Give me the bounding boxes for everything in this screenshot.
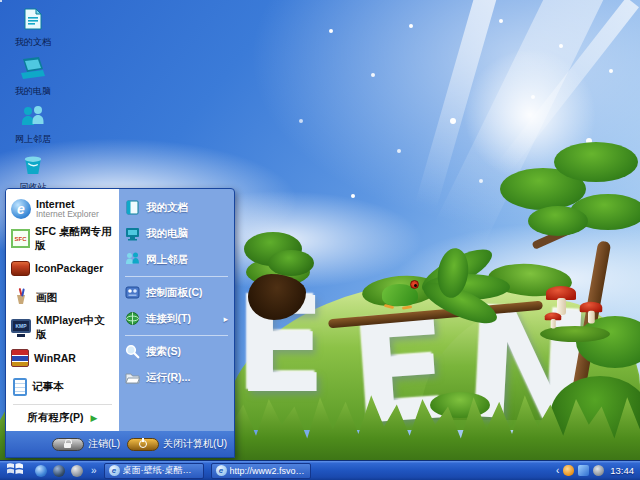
tray-icon-2[interactable] xyxy=(578,465,589,476)
menu-item-notepad[interactable]: 记事本 xyxy=(8,373,117,403)
wallpaper-grass-tuft xyxy=(430,392,490,418)
menu-item-label: 网上邻居 xyxy=(146,253,188,267)
kmplayer-icon: KMP xyxy=(11,319,31,337)
recycle-bin-icon xyxy=(3,152,63,181)
taskbar-task-fsvod-page[interactable]: e http://www2.fsvod.n... xyxy=(211,463,311,479)
tray-icon-1[interactable] xyxy=(563,465,574,476)
menu-item-label: IconPackager xyxy=(35,262,103,274)
task-button-label: 桌面·壁纸·桌酷壁... xyxy=(123,464,199,477)
start-menu: e Internet Internet Explorer SFC SFC 桌酷网… xyxy=(5,188,235,458)
paint-icon xyxy=(11,286,31,310)
menu-item-winrar[interactable]: WinRAR xyxy=(8,343,117,373)
task-button-label: http://www2.fsvod.n... xyxy=(230,466,306,476)
menu-item-label: 连接到(T) xyxy=(146,312,191,326)
run-icon xyxy=(124,369,141,388)
menu-item-label: 搜索(S) xyxy=(146,345,181,359)
start-button[interactable] xyxy=(0,461,30,480)
start-menu-pinned-list: e Internet Internet Explorer SFC SFC 桌酷网… xyxy=(6,189,119,431)
submenu-arrow-icon: ▸ xyxy=(223,314,229,324)
menu-separator xyxy=(13,404,112,405)
menu-item-label: KMPlayer中文版 xyxy=(36,314,114,342)
menu-item-run[interactable]: 运行(R)... xyxy=(122,365,231,391)
taskbar: » e 桌面·壁纸·桌酷壁... e http://www2.fsvod.n..… xyxy=(0,460,640,480)
menu-item-internet-explorer[interactable]: e Internet Internet Explorer xyxy=(8,194,117,224)
desktop: E E N 我的文档 xyxy=(0,0,640,480)
system-tray: ‹ 13:44 xyxy=(550,461,640,480)
menu-item-kmplayer[interactable]: KMP KMPlayer中文版 xyxy=(8,313,117,343)
menu-separator xyxy=(125,335,228,336)
my-computer-icon xyxy=(3,55,63,85)
wallpaper-fern xyxy=(408,240,518,350)
menu-item-label: 画图 xyxy=(36,291,57,305)
network-places-icon xyxy=(3,105,63,133)
all-programs-arrow-icon: ▶ xyxy=(91,413,98,423)
wallpaper-bonsai-tree xyxy=(240,232,320,342)
taskbar-clock[interactable]: 13:44 xyxy=(610,465,634,476)
turn-off-label: 关闭计算机(U) xyxy=(163,437,227,451)
internet-explorer-icon: e xyxy=(109,465,120,476)
menu-separator xyxy=(125,276,228,277)
start-menu-places-list: 我的文档 我的电脑 网上邻居 xyxy=(119,189,234,431)
menu-item-iconpackager[interactable]: IconPackager xyxy=(8,254,117,284)
menu-item-label: SFC 桌酷网专用版 xyxy=(35,225,114,253)
wallpaper-sparkles xyxy=(0,0,2,2)
connect-to-icon xyxy=(124,310,141,329)
my-documents-icon xyxy=(124,199,141,218)
desktop-icon-my-documents[interactable]: 我的文档 xyxy=(3,6,63,47)
all-programs-button[interactable]: 所有程序(P) ▶ xyxy=(8,407,117,429)
desktop-icon-label: 我的文档 xyxy=(3,37,63,47)
menu-item-network-places[interactable]: 网上邻居 xyxy=(122,247,231,273)
menu-item-label: 我的文档 xyxy=(146,201,188,215)
menu-item-control-panel[interactable]: 控制面板(C) xyxy=(122,280,231,306)
internet-explorer-icon: e xyxy=(216,465,227,476)
menu-item-label: 运行(R)... xyxy=(146,371,190,385)
internet-explorer-icon: e xyxy=(11,199,31,219)
iconpackager-icon xyxy=(11,261,30,276)
my-documents-icon xyxy=(3,6,63,36)
menu-item-label: 我的电脑 xyxy=(146,227,188,241)
wallpaper-mushrooms xyxy=(540,286,610,342)
lock-icon xyxy=(52,438,84,451)
overflow-chevron-icon[interactable]: » xyxy=(91,466,97,476)
desktop-icon-network-places[interactable]: 网上邻居 xyxy=(3,105,63,144)
tray-icon-3[interactable] xyxy=(593,465,604,476)
windows-flag-icon xyxy=(6,461,24,480)
all-programs-label: 所有程序(P) xyxy=(28,411,84,425)
desktop-icon-label: 网上邻居 xyxy=(3,134,63,144)
my-computer-icon xyxy=(124,225,141,244)
menu-item-label: WinRAR xyxy=(34,352,76,364)
power-icon xyxy=(127,438,159,451)
log-off-button[interactable]: 注销(L) xyxy=(52,437,120,451)
network-places-icon xyxy=(124,251,141,270)
menu-item-label: 控制面板(C) xyxy=(146,286,203,300)
quick-launch-bar: » xyxy=(35,465,97,477)
menu-item-label: 记事本 xyxy=(32,380,64,394)
menu-item-connect-to[interactable]: 连接到(T) ▸ xyxy=(122,306,231,332)
quick-launch-icon-3[interactable] xyxy=(71,465,83,477)
log-off-label: 注销(L) xyxy=(88,437,120,451)
quick-launch-icon-2[interactable] xyxy=(53,465,65,477)
menu-item-sublabel: Internet Explorer xyxy=(36,210,99,220)
menu-item-paint[interactable]: 画图 xyxy=(8,283,117,313)
winrar-icon xyxy=(11,349,29,367)
desktop-icon-label: 我的电脑 xyxy=(3,86,63,96)
menu-item-sfc[interactable]: SFC SFC 桌酷网专用版 xyxy=(8,224,117,254)
sfc-icon: SFC xyxy=(11,229,30,248)
search-icon xyxy=(124,343,141,362)
quick-launch-icon-1[interactable] xyxy=(35,465,47,477)
control-panel-icon xyxy=(124,284,141,303)
desktop-icon-recycle-bin[interactable]: 回收站 xyxy=(3,152,63,192)
start-menu-footer: 注销(L) 关闭计算机(U) xyxy=(6,431,234,457)
menu-item-search[interactable]: 搜索(S) xyxy=(122,339,231,365)
tray-collapse-icon[interactable]: ‹ xyxy=(556,466,559,476)
notepad-icon xyxy=(13,378,27,396)
desktop-icon-my-computer[interactable]: 我的电脑 xyxy=(3,55,63,96)
taskbar-task-wallpaper-page[interactable]: e 桌面·壁纸·桌酷壁... xyxy=(104,463,204,479)
menu-item-my-computer[interactable]: 我的电脑 xyxy=(122,221,231,247)
menu-item-my-documents[interactable]: 我的文档 xyxy=(122,195,231,221)
turn-off-computer-button[interactable]: 关闭计算机(U) xyxy=(127,437,227,451)
